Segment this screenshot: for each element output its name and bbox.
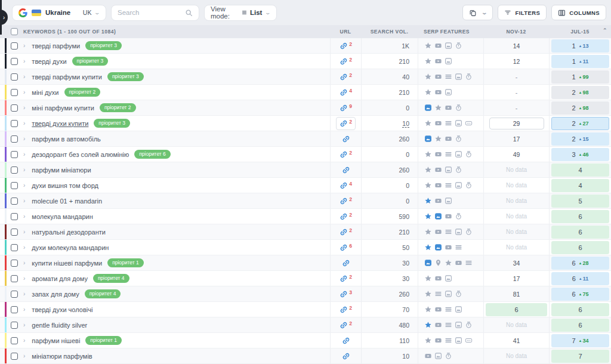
keyword-text[interactable]: дезодорант без солей алюмінію: [32, 151, 129, 158]
expand-chevron-icon[interactable]: ›: [23, 42, 25, 49]
sort-asc-icon[interactable]: ⌃: [603, 27, 607, 33]
search-input[interactable]: [118, 9, 183, 16]
url-cell[interactable]: 2: [330, 209, 361, 224]
keyword-text[interactable]: молекула мандарин: [32, 213, 92, 220]
select-all-checkbox[interactable]: [11, 28, 18, 35]
url-cell[interactable]: 2: [330, 54, 361, 69]
keyword-text[interactable]: парфуми нішеві: [32, 337, 80, 344]
keyword-text[interactable]: запах для дому: [32, 291, 79, 298]
row-checkbox[interactable]: [11, 244, 18, 251]
row-checkbox[interactable]: [11, 306, 18, 313]
keyword-text[interactable]: тверді парфуми купити: [32, 73, 102, 81]
keyword-text[interactable]: molecule 01 + mandarin: [32, 198, 102, 205]
keyword-text[interactable]: міні парфуми купити: [32, 104, 94, 112]
prev-date-column-header[interactable]: NOV-12: [483, 25, 549, 38]
expand-chevron-icon[interactable]: ›: [23, 322, 25, 328]
expand-chevron-icon[interactable]: ›: [23, 120, 25, 127]
keyword-row[interactable]: › тверді парфуми пріоритет 3 2 1K 14 1▲1…: [0, 38, 611, 54]
expand-chevron-icon[interactable]: ›: [23, 260, 25, 266]
keyword-row[interactable]: › парфуми нішеві пріоритет 1 110 41 7▲34: [0, 333, 611, 348]
keyword-text[interactable]: міні духи: [32, 89, 58, 96]
row-checkbox[interactable]: [11, 166, 18, 174]
url-cell[interactable]: 6: [330, 240, 361, 255]
expand-chevron-icon[interactable]: ›: [23, 275, 25, 282]
keyword-text[interactable]: натуральні дезодоранти: [32, 229, 106, 236]
row-checkbox[interactable]: [11, 322, 18, 329]
url-cell[interactable]: 2: [330, 193, 361, 208]
columns-button[interactable]: COLUMNS: [551, 5, 606, 20]
row-checkbox[interactable]: [11, 42, 18, 50]
last-date-column-header[interactable]: JUL-15 ⌃: [549, 25, 611, 38]
keyword-row[interactable]: › міні духи пріоритет 2 4 210 - 2▲98: [0, 85, 611, 100]
keyword-text[interactable]: духи молекула мандарин: [32, 244, 109, 251]
search-vol-column-header[interactable]: SEARCH VOL.: [361, 25, 418, 38]
url-cell[interactable]: 2: [330, 116, 361, 131]
expand-chevron-icon[interactable]: ›: [23, 89, 25, 95]
keyword-row[interactable]: › молекула мандарин 2 590 No data 6: [0, 209, 611, 224]
row-checkbox[interactable]: [11, 120, 18, 127]
keyword-row[interactable]: › тверді духи пріоритет 3 2 210 12 1▲11: [0, 54, 611, 69]
url-cell[interactable]: 2: [330, 317, 361, 332]
row-checkbox[interactable]: [11, 182, 18, 189]
keyword-row[interactable]: › тверді парфуми купити пріоритет 3 2 40…: [0, 69, 611, 85]
keyword-row[interactable]: › аромати для дому пріоритет 4 2 30 17 6…: [0, 271, 611, 286]
keyword-row[interactable]: › купити нішеві парфуми пріоритет 1 30 3…: [0, 255, 611, 271]
keyword-text[interactable]: тверді духи чоловічі: [32, 306, 92, 313]
url-cell[interactable]: 2: [330, 224, 361, 239]
url-cell[interactable]: 4: [330, 178, 361, 193]
keyword-text[interactable]: парфуми в автомобіль: [32, 135, 100, 143]
keyword-row[interactable]: › духи молекула мандарин 6 50 No data 6: [0, 240, 611, 255]
expand-chevron-icon[interactable]: ›: [23, 337, 25, 344]
row-checkbox[interactable]: [11, 104, 18, 112]
keyword-text[interactable]: парфуми мініатюри: [32, 166, 91, 174]
serp-features-column-header[interactable]: SERP FEATURES: [418, 25, 483, 38]
search-engine-selector[interactable]: Ukraine UK ⌄: [12, 5, 106, 21]
keyword-text[interactable]: тверді духи купити: [32, 120, 88, 127]
keyword-text[interactable]: духи вишня том форд: [32, 182, 98, 189]
keyword-text[interactable]: тверді духи: [32, 58, 66, 65]
keyword-row[interactable]: › gentle fluidity silver 2 480 No data 6: [0, 317, 611, 333]
url-cell[interactable]: 2: [330, 38, 361, 53]
keyword-row[interactable]: › парфуми в автомобіль 260 17 2▲15: [0, 131, 611, 147]
expand-chevron-icon[interactable]: ›: [23, 306, 25, 313]
expand-chevron-icon[interactable]: ›: [23, 135, 25, 142]
expand-chevron-icon[interactable]: ›: [23, 73, 25, 80]
url-cell[interactable]: [330, 162, 361, 177]
row-checkbox[interactable]: [11, 89, 18, 96]
keyword-row[interactable]: › парфуми мініатюри 260 No data 4: [0, 162, 611, 178]
view-mode-selector[interactable]: View mode: List ⌄: [204, 5, 277, 21]
expand-chevron-icon[interactable]: ›: [23, 104, 25, 111]
expand-chevron-icon[interactable]: ›: [23, 58, 25, 64]
keyword-row[interactable]: › натуральні дезодоранти 2 210 No data 6: [0, 224, 611, 240]
url-cell[interactable]: [330, 255, 361, 270]
keyword-row[interactable]: › тверді духи купити пріоритет 3 2 10 29…: [0, 116, 611, 131]
keyword-row[interactable]: › molecule 01 + mandarin 2 0 No data 5: [0, 193, 611, 209]
keyword-row[interactable]: › запах для дому пріоритет 4 3 260 81 6▲…: [0, 286, 611, 302]
keyword-text[interactable]: gentle fluidity silver: [32, 322, 87, 329]
url-cell[interactable]: [330, 333, 361, 348]
url-cell[interactable]: 3: [330, 286, 361, 301]
row-checkbox[interactable]: [11, 151, 18, 158]
position-input-box[interactable]: 29: [489, 118, 544, 129]
row-checkbox[interactable]: [11, 260, 18, 267]
copy-button[interactable]: ⌄: [462, 5, 493, 20]
expand-chevron-icon[interactable]: ›: [23, 166, 25, 173]
expand-chevron-icon[interactable]: ›: [23, 244, 25, 251]
filters-button[interactable]: FILTERS: [498, 5, 547, 20]
keyword-row[interactable]: › тверді духи чоловічі 2 70 6 6: [0, 302, 611, 317]
keyword-row[interactable]: › дезодорант без солей алюмінію пріорите…: [0, 147, 611, 162]
expand-chevron-icon[interactable]: ›: [23, 198, 25, 204]
row-checkbox[interactable]: [11, 58, 18, 65]
sidebar-expand-toggle[interactable]: ›: [0, 10, 8, 25]
keyword-text[interactable]: мініатюри парфумів: [32, 353, 92, 360]
url-cell[interactable]: [330, 131, 361, 146]
url-cell[interactable]: 2: [330, 147, 361, 162]
row-checkbox[interactable]: [11, 229, 18, 236]
expand-chevron-icon[interactable]: ›: [23, 229, 25, 235]
expand-chevron-icon[interactable]: ›: [23, 151, 25, 158]
keyword-text[interactable]: купити нішеві парфуми: [32, 260, 102, 267]
keyword-row[interactable]: › мініатюри парфумів 10 No data 7: [0, 348, 611, 364]
keyword-text[interactable]: тверді парфуми: [32, 42, 80, 50]
expand-chevron-icon[interactable]: ›: [23, 182, 25, 189]
url-cell[interactable]: [330, 348, 361, 363]
